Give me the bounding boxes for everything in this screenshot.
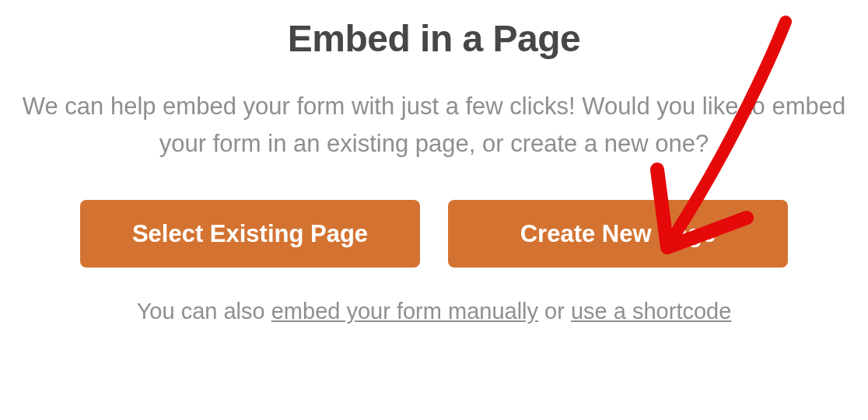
use-shortcode-link[interactable]: use a shortcode <box>571 299 731 324</box>
create-new-page-button[interactable]: Create New Page <box>448 200 788 268</box>
select-existing-page-button[interactable]: Select Existing Page <box>80 200 420 268</box>
footer-prefix: You can also <box>137 299 271 324</box>
footer-text: You can also embed your form manually or… <box>137 299 732 324</box>
modal-title: Embed in a Page <box>288 17 581 60</box>
button-row: Select Existing Page Create New Page <box>80 200 788 268</box>
modal-description: We can help embed your form with just a … <box>22 88 846 163</box>
footer-middle: or <box>538 299 571 324</box>
embed-manually-link[interactable]: embed your form manually <box>271 299 538 324</box>
